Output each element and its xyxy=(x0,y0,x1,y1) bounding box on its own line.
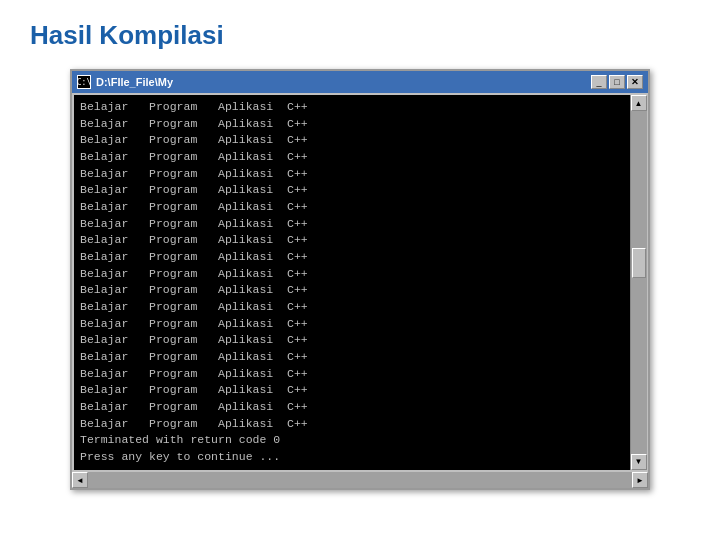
minimize-button[interactable]: _ xyxy=(591,75,607,89)
scroll-up-button[interactable]: ▲ xyxy=(631,95,647,111)
close-button[interactable]: ✕ xyxy=(627,75,643,89)
output-line-1: Belajar Program Aplikasi C++ xyxy=(80,99,624,116)
cmd-body: Belajar Program Aplikasi C++ Belajar Pro… xyxy=(72,93,648,472)
cmd-app-icon: C:\ xyxy=(77,75,91,89)
horizontal-scrollbar: ◄ ► xyxy=(72,472,648,488)
cmd-titlebar: C:\ D:\FIle_File\My _ □ ✕ xyxy=(72,71,648,93)
h-scrollbar-track[interactable] xyxy=(88,472,632,488)
output-line-4: Belajar Program Aplikasi C++ xyxy=(80,149,624,166)
right-arrow-icon: ► xyxy=(636,476,644,485)
scroll-left-button[interactable]: ◄ xyxy=(72,472,88,488)
output-line-16: Belajar Program Aplikasi C++ xyxy=(80,349,624,366)
output-line-5: Belajar Program Aplikasi C++ xyxy=(80,166,624,183)
output-line-8: Belajar Program Aplikasi C++ xyxy=(80,216,624,233)
cmd-screen: Belajar Program Aplikasi C++ Belajar Pro… xyxy=(74,95,630,470)
output-line-7: Belajar Program Aplikasi C++ xyxy=(80,199,624,216)
output-line-17: Belajar Program Aplikasi C++ xyxy=(80,366,624,383)
output-line-9: Belajar Program Aplikasi C++ xyxy=(80,232,624,249)
output-line-12: Belajar Program Aplikasi C++ xyxy=(80,282,624,299)
output-line-20: Belajar Program Aplikasi C++ xyxy=(80,416,624,433)
output-line-2: Belajar Program Aplikasi C++ xyxy=(80,116,624,133)
scrollbar-thumb[interactable] xyxy=(632,248,646,278)
output-line-10: Belajar Program Aplikasi C++ xyxy=(80,249,624,266)
scroll-right-button[interactable]: ► xyxy=(632,472,648,488)
output-line-19: Belajar Program Aplikasi C++ xyxy=(80,399,624,416)
maximize-button[interactable]: □ xyxy=(609,75,625,89)
page-title: Hasil Kompilasi xyxy=(30,20,690,51)
up-arrow-icon: ▲ xyxy=(635,99,643,108)
output-line-14: Belajar Program Aplikasi C++ xyxy=(80,316,624,333)
scrollbar-track[interactable] xyxy=(631,111,647,454)
output-line-3: Belajar Program Aplikasi C++ xyxy=(80,132,624,149)
output-line-13: Belajar Program Aplikasi C++ xyxy=(80,299,624,316)
cmd-content-area: Belajar Program Aplikasi C++ Belajar Pro… xyxy=(74,95,630,470)
window-wrapper: C:\ D:\FIle_File\My _ □ ✕ Belajar Progra… xyxy=(30,69,690,490)
page-container: Hasil Kompilasi C:\ D:\FIle_File\My _ □ … xyxy=(0,0,720,540)
output-line-6: Belajar Program Aplikasi C++ xyxy=(80,182,624,199)
output-line-11: Belajar Program Aplikasi C++ xyxy=(80,266,624,283)
titlebar-left: C:\ D:\FIle_File\My xyxy=(77,75,173,89)
cmd-window: C:\ D:\FIle_File\My _ □ ✕ Belajar Progra… xyxy=(70,69,650,490)
left-arrow-icon: ◄ xyxy=(76,476,84,485)
down-arrow-icon: ▼ xyxy=(635,457,643,466)
output-line-15: Belajar Program Aplikasi C++ xyxy=(80,332,624,349)
status-line-1: Terminated with return code 0 xyxy=(80,432,624,449)
window-title: D:\FIle_File\My xyxy=(96,76,173,88)
scroll-down-button[interactable]: ▼ xyxy=(631,454,647,470)
vertical-scrollbar: ▲ ▼ xyxy=(630,95,646,470)
titlebar-buttons: _ □ ✕ xyxy=(591,75,643,89)
output-line-18: Belajar Program Aplikasi C++ xyxy=(80,382,624,399)
status-line-2: Press any key to continue ... xyxy=(80,449,624,466)
